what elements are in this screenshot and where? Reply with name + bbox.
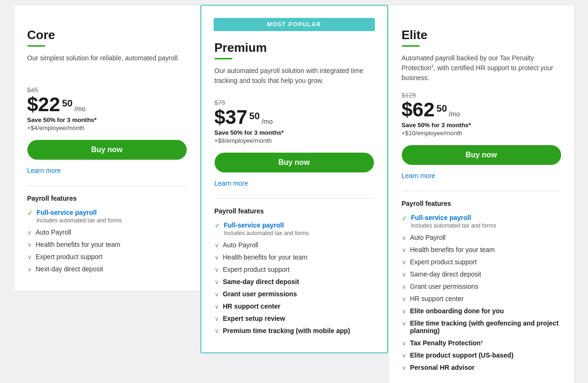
learn-more-core[interactable]: Learn more <box>27 167 61 174</box>
feature-label-premium-4: Same-day direct deposit <box>223 278 299 285</box>
chevron-icon-elite-7: ∨ <box>402 308 406 315</box>
feature-label-premium-6: HR support center <box>223 302 281 310</box>
learn-more-premium[interactable]: Learn more <box>215 179 248 187</box>
divider-elite <box>402 191 561 191</box>
feature-label-core-3: Expert product support <box>36 253 103 261</box>
feature-item-premium-5: ∨Grant user permissions <box>215 290 374 298</box>
feature-label-premium-5: Grant user permissions <box>223 290 297 298</box>
plan-description-elite: Automated payroll backed by our Tax Pena… <box>402 53 561 83</box>
feature-item-elite-8: ∨Elite time tracking (with geofencing an… <box>402 319 561 334</box>
feature-label-elite-10: Elite product support (US-based) <box>410 351 513 359</box>
per-employee-elite: +$10/employee/month <box>402 130 561 137</box>
features-heading-core: Payroll features <box>27 195 187 202</box>
chevron-icon-elite-11: ∨ <box>402 364 406 371</box>
price-cents-core: 50 <box>62 98 73 109</box>
plan-card-core: CoreOur simplest solution for reliable, … <box>14 5 200 291</box>
check-icon-elite-0: ✓ <box>402 214 407 222</box>
feature-item-core-1: ∨Auto Payroll <box>27 228 187 236</box>
chevron-icon-elite-10: ∨ <box>402 352 406 359</box>
divider-premium <box>215 198 374 199</box>
feature-label-premium-7: Expert setup review <box>223 315 285 322</box>
chevron-icon-elite-4: ∨ <box>402 271 406 278</box>
feature-item-premium-0: ✓ Full-service payroll Includes automate… <box>215 221 374 236</box>
divider-core <box>27 186 187 186</box>
feature-label-elite-9: Tax Penalty Protection¹ <box>410 339 483 347</box>
check-icon-core-0: ✓ <box>27 209 33 217</box>
plans-container: CoreOur simplest solution for reliable, … <box>14 5 575 383</box>
plan-name-premium: Premium <box>215 41 374 55</box>
chevron-icon-elite-6: ∨ <box>402 295 406 302</box>
feature-item-core-4: ∨Next-day direct deposit <box>27 265 187 273</box>
feature-label-core-4: Next-day direct deposit <box>36 265 103 273</box>
feature-label-elite-8: Elite time tracking (with geofencing and… <box>410 319 561 334</box>
feature-label-premium-0: Full-service payroll <box>224 221 309 229</box>
plan-card-premium: MOST POPULARPremiumOur automated payroll… <box>200 5 388 353</box>
feature-label-elite-3: Expert product support <box>410 258 477 266</box>
save-text-elite: Save 50% for 3 months* <box>402 122 561 129</box>
feature-item-premium-8: ∨Premium time tracking (with mobile app) <box>215 327 374 334</box>
chevron-icon-elite-9: ∨ <box>402 340 406 347</box>
chevron-icon-core-1: ∨ <box>27 229 32 236</box>
feature-label-elite-1: Auto Payroll <box>410 234 446 241</box>
feature-item-elite-1: ∨Auto Payroll <box>402 234 561 241</box>
chevron-icon-elite-1: ∨ <box>402 234 406 241</box>
plan-description-premium: Our automated payroll solution with inte… <box>215 66 374 90</box>
per-employee-core: +$4/employee/month <box>27 124 187 131</box>
chevron-icon-core-4: ∨ <box>27 266 32 273</box>
price-cents-elite: 50 <box>437 103 447 114</box>
feature-item-elite-0: ✓ Full-service payroll Includes automate… <box>402 214 561 229</box>
feature-item-premium-6: ∨HR support center <box>215 302 374 310</box>
per-employee-premium: +$8/employee/month <box>215 137 374 144</box>
chevron-icon-premium-7: ∨ <box>215 315 219 322</box>
feature-label-core-0: Full-service payroll <box>37 209 122 216</box>
feature-item-elite-2: ∨Health benefits for your team <box>402 246 561 253</box>
learn-more-elite[interactable]: Learn more <box>402 172 436 179</box>
feature-item-elite-10: ∨Elite product support (US-based) <box>402 351 561 359</box>
feature-label-core-2: Health benefits for your team <box>36 241 121 248</box>
feature-item-premium-1: ∨Auto Payroll <box>215 241 374 249</box>
chevron-icon-premium-2: ∨ <box>215 254 219 261</box>
chevron-icon-elite-3: ∨ <box>402 259 406 266</box>
chevron-icon-premium-3: ∨ <box>215 266 219 273</box>
original-price-elite: $125 <box>402 91 561 99</box>
feature-label-elite-0: Full-service payroll <box>411 214 497 221</box>
chevron-icon-core-2: ∨ <box>27 241 32 248</box>
price-dollar-premium: $37 <box>215 107 248 127</box>
feature-item-elite-9: ∨Tax Penalty Protection¹ <box>402 339 561 347</box>
plan-underline-core <box>27 45 45 47</box>
price-row-core: $22 50 /mo <box>27 95 187 114</box>
original-price-premium: $75 <box>215 99 374 106</box>
feature-label-core-1: Auto Payroll <box>36 228 71 236</box>
feature-label-premium-3: Expert product support <box>223 266 290 273</box>
features-heading-elite: Payroll features <box>402 200 561 207</box>
feature-item-premium-7: ∨Expert setup review <box>215 315 374 322</box>
buy-button-elite[interactable]: Buy now <box>402 145 561 165</box>
feature-item-elite-7: ∨Elite onboarding done for you <box>402 307 561 315</box>
feature-label-elite-6: HR support center <box>410 295 464 302</box>
feature-item-elite-3: ∨Expert product support <box>402 258 561 266</box>
plan-name-elite: Elite <box>402 28 561 42</box>
feature-label-elite-5: Grant user permissions <box>410 283 479 290</box>
original-price-core: $45 <box>27 86 187 94</box>
feature-sub-elite-0: Includes automated tax and forms <box>411 222 497 229</box>
feature-item-core-0: ✓ Full-service payroll Includes automate… <box>27 209 187 224</box>
buy-button-premium[interactable]: Buy now <box>215 153 374 172</box>
chevron-icon-core-3: ∨ <box>27 253 32 261</box>
price-dollar-elite: $62 <box>402 100 435 120</box>
feature-label-elite-2: Health benefits for your team <box>410 246 495 253</box>
plan-underline-premium <box>215 58 232 59</box>
features-heading-premium: Payroll features <box>215 207 374 215</box>
save-text-core: Save 50% for 3 months* <box>27 116 187 123</box>
feature-sub-core-0: Includes automated tax and forms <box>37 217 122 224</box>
price-row-premium: $37 50 /mo <box>215 107 374 127</box>
chevron-icon-premium-1: ∨ <box>215 242 219 249</box>
feature-item-elite-5: ∨Grant user permissions <box>402 283 561 290</box>
feature-label-elite-11: Personal HR advisor <box>410 364 475 371</box>
feature-item-premium-3: ∨Expert product support <box>215 266 374 273</box>
feature-item-premium-4: ∨Same-day direct deposit <box>215 278 374 285</box>
buy-button-core[interactable]: Buy now <box>27 140 187 160</box>
feature-sub-premium-0: Includes automated tax and forms <box>224 230 309 236</box>
feature-label-elite-4: Same-day direct deposit <box>410 270 481 278</box>
feature-item-premium-2: ∨Health benefits for your team <box>215 253 374 261</box>
plan-card-elite: EliteAutomated payroll backed by our Tax… <box>388 5 575 383</box>
